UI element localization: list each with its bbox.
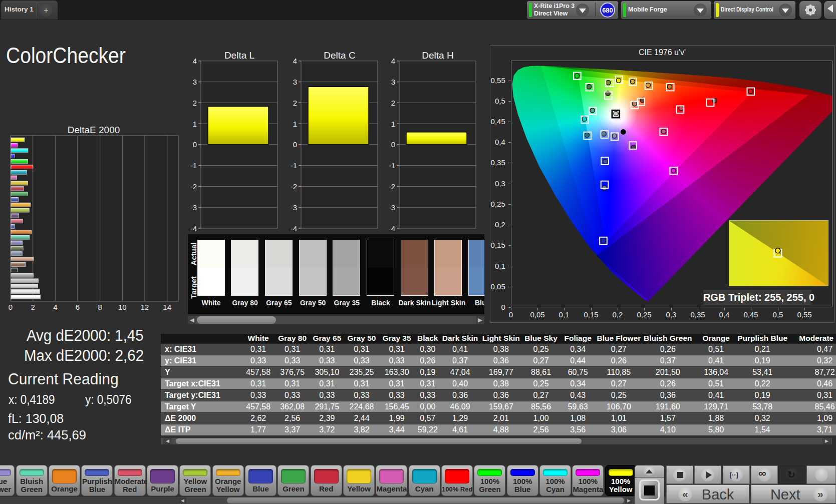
svg-text:3: 3	[293, 78, 297, 86]
svg-text:1: 1	[391, 120, 395, 128]
svg-text:4: 4	[193, 57, 197, 65]
svg-text:8: 8	[98, 303, 102, 311]
svg-text:-3: -3	[291, 203, 297, 212]
svg-text:6: 6	[76, 303, 80, 311]
svg-text:2: 2	[391, 99, 395, 107]
svg-text:-4: -4	[389, 224, 395, 233]
svg-text:0: 0	[391, 140, 395, 149]
svg-text:4: 4	[293, 57, 297, 65]
svg-text:-2: -2	[291, 182, 297, 191]
svg-text:12: 12	[141, 303, 149, 311]
svg-text:-3: -3	[190, 203, 197, 212]
svg-text:14: 14	[163, 303, 171, 311]
svg-text:3: 3	[391, 78, 395, 86]
svg-text:-1: -1	[190, 161, 197, 170]
svg-text:Delta C: Delta C	[324, 50, 355, 61]
svg-text:Delta H: Delta H	[422, 50, 453, 61]
svg-text:10: 10	[118, 303, 127, 311]
svg-text:2: 2	[293, 99, 297, 107]
svg-text:2: 2	[31, 303, 35, 311]
svg-text:4: 4	[391, 57, 395, 65]
svg-text:-1: -1	[389, 161, 395, 170]
svg-text:0: 0	[293, 140, 297, 149]
svg-text:1: 1	[193, 120, 197, 128]
svg-text:1: 1	[293, 120, 297, 128]
svg-text:0: 0	[193, 140, 197, 149]
svg-text:-4: -4	[190, 224, 197, 233]
svg-text:-2: -2	[190, 182, 197, 191]
svg-text:-2: -2	[389, 182, 395, 191]
svg-text:-3: -3	[389, 203, 395, 212]
svg-text:-1: -1	[291, 161, 297, 170]
svg-text:3: 3	[193, 78, 197, 86]
svg-text:-4: -4	[291, 224, 297, 233]
svg-text:2: 2	[193, 99, 197, 107]
svg-text:4: 4	[53, 303, 57, 311]
svg-text:0: 0	[9, 303, 13, 311]
svg-text:Delta L: Delta L	[224, 50, 254, 61]
